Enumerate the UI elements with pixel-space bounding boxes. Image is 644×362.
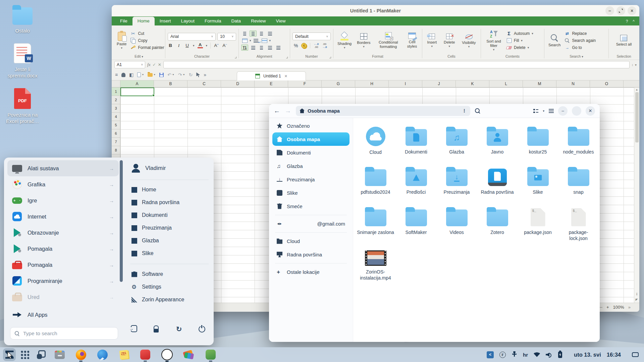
- user-row[interactable]: Vladimir: [127, 160, 211, 176]
- back-icon[interactable]: ←: [274, 107, 280, 115]
- conditional-formatting-button[interactable]: Conditional formatting: [374, 32, 403, 50]
- copy-button[interactable]: Copy: [130, 38, 164, 43]
- delete-contents-button[interactable]: Delete▾: [506, 45, 533, 50]
- column-header[interactable]: L: [489, 80, 523, 87]
- refresh-icon[interactable]: ↻: [189, 72, 193, 77]
- bold-button[interactable]: B: [168, 43, 173, 48]
- orientation-button[interactable]: T1: [241, 45, 248, 51]
- group-label-number[interactable]: Number: [291, 54, 332, 60]
- sidebar-item[interactable]: Ostale lokacije: [272, 265, 350, 279]
- formula-expand-icon[interactable]: ▾: [635, 63, 637, 67]
- lock-icon[interactable]: [152, 325, 160, 333]
- file-item[interactable]: package.json: [518, 203, 558, 243]
- wrap-text-button[interactable]: [253, 38, 260, 44]
- shading-button[interactable]: Shading▼: [336, 32, 353, 50]
- sheet-tab[interactable]: Untitled 1 ✕: [237, 71, 306, 80]
- fill-button[interactable]: Fill▾: [506, 38, 533, 43]
- search-button[interactable]: Search: [547, 33, 562, 48]
- menu-icon[interactable]: [549, 109, 554, 113]
- taskbar-app-icon[interactable]: [35, 348, 48, 361]
- group-label-format[interactable]: Format: [334, 54, 421, 60]
- split-view-icon[interactable]: ↧: [636, 293, 638, 296]
- align-center-button[interactable]: [258, 45, 265, 51]
- file-item[interactable]: ZorinOS-instalacija.mp4: [355, 243, 396, 284]
- row-header[interactable]: 1: [112, 87, 120, 96]
- add-decimal-button[interactable]: ←.0.00: [314, 43, 319, 49]
- minimize-button[interactable]: –: [605, 6, 614, 15]
- battery-icon[interactable]: [558, 352, 562, 358]
- view-toggle-icon[interactable]: [533, 109, 538, 113]
- paste-button[interactable]: Paste▼: [115, 31, 128, 50]
- sidebar-item[interactable]: [275, 230, 347, 234]
- taskbar-app-icon[interactable]: [74, 348, 87, 361]
- file-item[interactable]: Glazba: [436, 123, 477, 163]
- percent-button[interactable]: %: [294, 43, 298, 48]
- vertical-scrollbar[interactable]: ▲ ↧◤: [634, 87, 639, 303]
- file-item[interactable]: Videos: [436, 203, 477, 243]
- row-header[interactable]: 4: [112, 113, 120, 121]
- column-header[interactable]: I: [389, 80, 422, 87]
- forward-icon[interactable]: →: [285, 107, 291, 115]
- desktop-icon[interactable]: Jeste li spremni.docx: [3, 43, 42, 79]
- confirm-icon[interactable]: ✓: [153, 62, 156, 67]
- number-format-select[interactable]: Default˅: [292, 33, 331, 40]
- save-icon[interactable]: [159, 73, 164, 77]
- category-item[interactable]: Ured →: [7, 289, 119, 305]
- file-item[interactable]: Slike: [518, 163, 558, 203]
- start-menu-link[interactable]: Home: [127, 183, 211, 196]
- ribbon-tab[interactable]: Formula: [200, 17, 226, 25]
- search-input[interactable]: [23, 330, 114, 337]
- font-size-select[interactable]: 10˅: [217, 33, 236, 41]
- category-item[interactable]: Alati sustava →: [7, 160, 119, 176]
- align-right-button[interactable]: [266, 45, 273, 51]
- column-header[interactable]: D: [221, 80, 255, 87]
- power-icon[interactable]: [198, 325, 206, 333]
- sort-filter-button[interactable]: AZ Sort and filter▼: [483, 29, 504, 52]
- maximize-button[interactable]: [616, 6, 625, 15]
- row-height-icon[interactable]: ↕: [632, 63, 633, 67]
- shrink-font-button[interactable]: A−: [222, 43, 227, 48]
- file-item[interactable]: SoftMaker: [396, 203, 436, 243]
- insert-cells-button[interactable]: Insert▼: [425, 33, 438, 48]
- align-justify-vertical-button[interactable]: [266, 31, 273, 37]
- formula-input[interactable]: [163, 61, 630, 68]
- zoom-level[interactable]: 100%: [613, 305, 624, 310]
- file-item[interactable]: Javno: [477, 123, 518, 163]
- category-item[interactable]: Grafika →: [7, 176, 119, 192]
- column-header[interactable]: F: [288, 80, 322, 87]
- pointer-icon[interactable]: [196, 72, 200, 77]
- align-top-button[interactable]: [241, 31, 248, 37]
- sidebar-item[interactable]: Cloud: [272, 234, 350, 248]
- freeze-icon[interactable]: ◤: [636, 298, 638, 301]
- sidebar-item[interactable]: Označeno: [272, 119, 350, 132]
- grow-font-button[interactable]: A+: [214, 43, 219, 48]
- borders-button[interactable]: Borders▼: [355, 33, 372, 49]
- replace-button[interactable]: Replace: [564, 31, 596, 36]
- planmaker-titlebar[interactable]: Untitled 1 - PlanMaker – ×: [112, 5, 639, 16]
- group-label-search[interactable]: Search ▾: [545, 54, 607, 60]
- file-item[interactable]: Cloud: [355, 123, 396, 163]
- taskbar-app-icon[interactable]: [117, 348, 130, 361]
- cancel-icon[interactable]: ✕: [158, 62, 161, 67]
- category-item[interactable]: Pomagala →: [7, 241, 119, 257]
- file-item[interactable]: Radna površina: [477, 163, 518, 203]
- breadcrumb[interactable]: Osobna mapa ⋮: [296, 106, 470, 116]
- start-menu-link[interactable]: Settings: [127, 281, 211, 293]
- delete-cells-button[interactable]: Delete▼: [442, 33, 457, 48]
- row-header[interactable]: 7: [112, 138, 120, 146]
- align-justify-button[interactable]: [275, 45, 282, 51]
- ribbon-collapse-icon[interactable]: ^: [633, 19, 635, 24]
- sidebar-item[interactable]: Slike: [272, 186, 350, 199]
- group-label-alignment[interactable]: Alignment: [240, 54, 289, 60]
- column-header[interactable]: K: [456, 80, 489, 87]
- sidebar-item[interactable]: Osobna mapa: [272, 132, 350, 146]
- column-header[interactable]: G: [322, 80, 355, 87]
- row-header[interactable]: 2: [112, 96, 120, 104]
- toolbar-overflow-icon[interactable]: »: [204, 72, 206, 77]
- select-all-corner[interactable]: [112, 80, 120, 87]
- view-options-chevron-icon[interactable]: ▾: [543, 109, 544, 113]
- sidebar-item[interactable]: @gmail.com: [272, 217, 350, 230]
- category-item[interactable]: Internet →: [7, 208, 119, 225]
- ribbon-tab[interactable]: Layout: [176, 17, 200, 25]
- row-header[interactable]: 6: [112, 129, 120, 138]
